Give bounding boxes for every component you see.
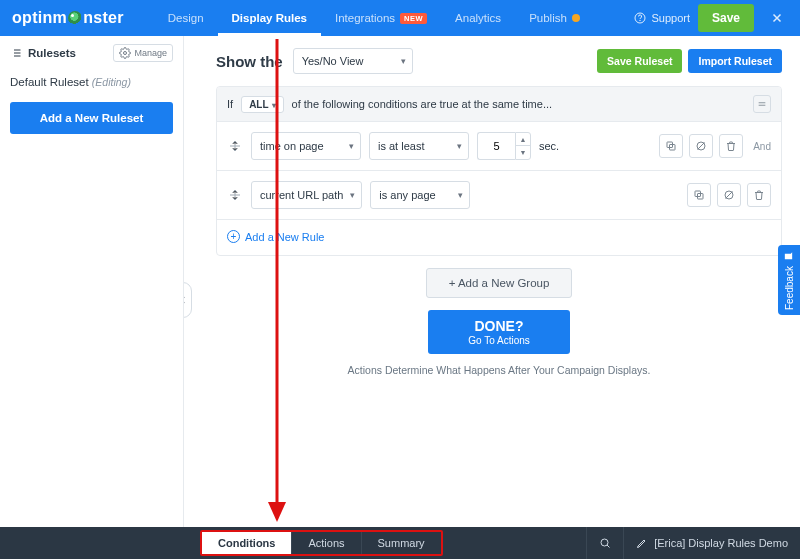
trash-icon [725, 140, 737, 152]
and-label: And [753, 141, 771, 152]
bottom-tabs: Conditions Actions Summary [200, 530, 443, 556]
pencil-icon [636, 537, 648, 549]
close-icon [770, 11, 784, 25]
disable-rule-button[interactable] [689, 134, 713, 158]
duplicate-rule-button[interactable] [687, 183, 711, 207]
drag-icon [229, 189, 241, 201]
page-title: Show the [216, 53, 283, 70]
done-section: DONE? Go To Actions Actions Determine Wh… [216, 310, 782, 376]
tab-conditions[interactable]: Conditions [202, 532, 292, 554]
rule-row: current URL path is any page [217, 171, 781, 220]
current-ruleset[interactable]: Default Ruleset (Editing) [10, 76, 173, 88]
step-up-button[interactable]: ▲ [516, 133, 530, 146]
top-right-actions: Support Save [634, 3, 792, 33]
feedback-tab[interactable]: Feedback [778, 245, 800, 315]
gear-icon [119, 47, 131, 59]
mascot-icon [68, 11, 82, 25]
svg-point-9 [601, 539, 608, 546]
manage-button[interactable]: Manage [113, 44, 173, 62]
group-tail-text: of the following conditions are true at … [292, 98, 552, 110]
nav-tabs: Design Display Rules IntegrationsNEW Ana… [154, 0, 594, 36]
save-button[interactable]: Save [698, 4, 754, 32]
if-label: If [227, 98, 233, 110]
search-icon [599, 537, 611, 549]
done-description: Actions Determine What Happens After You… [216, 364, 782, 376]
layout: Rulesets Manage Default Ruleset (Editing… [0, 36, 800, 527]
delete-rule-button[interactable] [747, 183, 771, 207]
bottom-bar: Conditions Actions Summary [Erica] Displ… [0, 527, 800, 559]
brand-logo: optinmnster [12, 9, 124, 27]
copy-icon [665, 140, 677, 152]
rulesets-heading: Rulesets [10, 47, 76, 59]
svg-point-2 [124, 52, 127, 55]
campaign-name-button[interactable]: [Erica] Display Rules Demo [624, 527, 800, 559]
tab-summary[interactable]: Summary [362, 532, 441, 554]
done-button[interactable]: DONE? Go To Actions [428, 310, 570, 354]
rule-group: If ALL of the following conditions are t… [216, 86, 782, 256]
import-ruleset-button[interactable]: Import Ruleset [688, 49, 782, 73]
save-ruleset-button[interactable]: Save Ruleset [597, 49, 682, 73]
chat-icon [784, 250, 795, 261]
add-rule-button[interactable]: + Add a New Rule [217, 220, 781, 255]
help-icon [634, 12, 646, 24]
value-stepper: ▲ ▼ [477, 132, 531, 160]
operator-select[interactable]: is any page [370, 181, 470, 209]
support-link[interactable]: Support [634, 12, 690, 24]
close-button[interactable] [762, 3, 792, 33]
drag-handle[interactable] [227, 187, 243, 203]
collapse-icon [757, 99, 767, 109]
add-ruleset-button[interactable]: Add a New Ruleset [10, 102, 173, 134]
sidebar: Rulesets Manage Default Ruleset (Editing… [0, 36, 184, 527]
drag-icon [229, 140, 241, 152]
brand-text-2: m [53, 9, 68, 27]
collapse-sidebar-button[interactable] [184, 282, 192, 318]
eye-off-icon [723, 189, 735, 201]
tab-display-rules[interactable]: Display Rules [218, 0, 321, 36]
group-header: If ALL of the following conditions are t… [217, 87, 781, 122]
collapse-group-button[interactable] [753, 95, 771, 113]
value-input[interactable] [477, 132, 515, 160]
metric-select[interactable]: time on page [251, 132, 361, 160]
step-down-button[interactable]: ▼ [516, 146, 530, 159]
duplicate-rule-button[interactable] [659, 134, 683, 158]
brand-text-1: optin [12, 9, 53, 27]
trash-icon [753, 189, 765, 201]
plus-icon: + [227, 230, 240, 243]
metric-select[interactable]: current URL path [251, 181, 362, 209]
rule-row: time on page is at least ▲ ▼ sec. And [217, 122, 781, 171]
search-button[interactable] [587, 527, 623, 559]
brand-text-3: nster [83, 9, 124, 27]
view-select[interactable]: Yes/No View [293, 48, 413, 74]
operator-select[interactable]: is at least [369, 132, 469, 160]
eye-off-icon [695, 140, 707, 152]
tab-design[interactable]: Design [154, 0, 218, 36]
delete-rule-button[interactable] [719, 134, 743, 158]
tab-analytics[interactable]: Analytics [441, 0, 515, 36]
tab-publish[interactable]: Publish [515, 0, 594, 36]
stepper-buttons: ▲ ▼ [515, 132, 531, 160]
top-navigation: optinmnster Design Display Rules Integra… [0, 0, 800, 36]
editing-label: (Editing) [92, 76, 131, 88]
tab-actions[interactable]: Actions [292, 532, 361, 554]
list-icon [10, 47, 22, 59]
scope-select[interactable]: ALL [241, 96, 283, 113]
status-dot-icon [572, 14, 580, 22]
chevron-left-icon [184, 295, 186, 305]
add-group-button[interactable]: + Add a New Group [426, 268, 573, 298]
main-panel: Show the Yes/No View Save Ruleset Import… [184, 36, 800, 527]
new-badge: NEW [400, 13, 427, 24]
tab-integrations[interactable]: IntegrationsNEW [321, 0, 441, 36]
svg-point-1 [640, 20, 641, 21]
head-row: Show the Yes/No View Save Ruleset Import… [216, 48, 782, 74]
drag-handle[interactable] [227, 138, 243, 154]
disable-rule-button[interactable] [717, 183, 741, 207]
copy-icon [693, 189, 705, 201]
unit-label: sec. [539, 140, 559, 152]
